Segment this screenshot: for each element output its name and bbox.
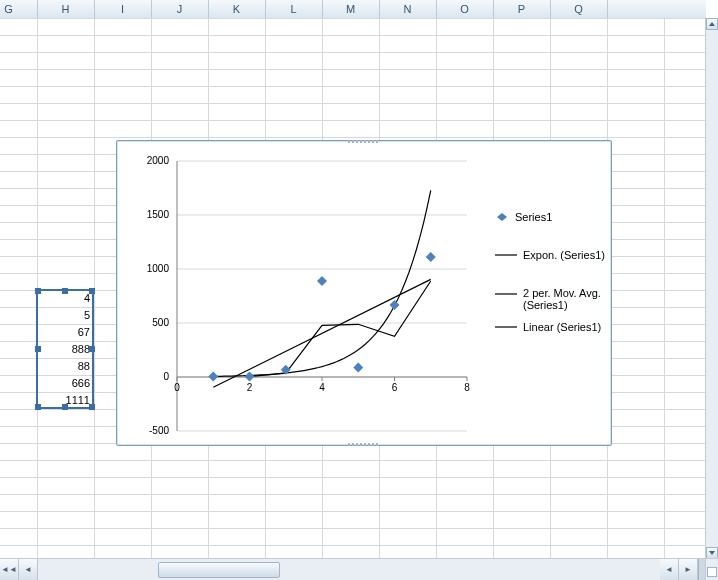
svg-text:1500: 1500 (147, 209, 170, 220)
legend-label: Expon. (Series1) (523, 249, 605, 261)
legend-label: 2 per. Mov. Avg.(Series1) (523, 287, 601, 311)
svg-marker-25 (497, 213, 507, 221)
resize-handle[interactable] (707, 567, 717, 577)
legend-item-linear[interactable]: Linear (Series1) (495, 321, 625, 333)
legend-label: Linear (Series1) (523, 321, 601, 333)
sheet-nav-prev[interactable]: ◄ (19, 559, 38, 580)
vertical-scrollbar[interactable] (705, 18, 718, 559)
legend-label: Series1 (515, 211, 552, 223)
column-header[interactable]: N (379, 0, 437, 18)
svg-text:0: 0 (163, 371, 169, 382)
svg-text:1000: 1000 (147, 263, 170, 274)
data-marker[interactable] (208, 372, 218, 382)
svg-text:8: 8 (464, 382, 470, 393)
hscroll-track[interactable] (38, 559, 660, 580)
chart-legend[interactable]: Series1 Expon. (Series1) 2 per. Mov. Avg… (495, 211, 625, 343)
svg-text:500: 500 (152, 317, 169, 328)
app-window: GHIJKLMNOPQ 4567888886661111 -5000500100… (0, 0, 718, 580)
svg-text:0: 0 (174, 382, 180, 393)
svg-text:6: 6 (392, 382, 398, 393)
column-header[interactable]: O (436, 0, 494, 18)
column-header[interactable]: K (208, 0, 266, 18)
data-marker[interactable] (353, 362, 363, 372)
scroll-up-button[interactable] (706, 18, 718, 30)
worksheet-grid[interactable]: 4567888886661111 -5000500100015002000024… (0, 18, 706, 559)
svg-text:-500: -500 (149, 425, 169, 436)
data-marker[interactable] (245, 371, 255, 381)
legend-item-expon[interactable]: Expon. (Series1) (495, 249, 625, 261)
sheet-nav-first[interactable]: ◄◄ (0, 559, 19, 580)
selection-rectangle[interactable] (36, 289, 94, 409)
data-marker[interactable] (317, 276, 327, 286)
column-header-row: GHIJKLMNOPQ (0, 0, 706, 19)
svg-line-24 (213, 279, 431, 387)
column-header[interactable]: H (37, 0, 95, 18)
legend-item-series1[interactable]: Series1 (495, 211, 625, 223)
horizontal-scrollbar[interactable]: ◄◄ ◄ ◄ ► (0, 558, 706, 580)
scrollbar-corner (705, 558, 718, 580)
column-header[interactable]: M (322, 0, 380, 18)
hscroll-left-button[interactable]: ◄ (660, 559, 679, 580)
hscroll-thumb[interactable] (158, 562, 280, 578)
data-marker[interactable] (426, 252, 436, 262)
legend-item-mavg[interactable]: 2 per. Mov. Avg.(Series1) (495, 287, 625, 311)
column-header[interactable]: J (151, 0, 209, 18)
column-header[interactable]: L (265, 0, 323, 18)
data-marker[interactable] (390, 300, 400, 310)
svg-text:2: 2 (247, 382, 253, 393)
column-header[interactable]: Q (550, 0, 608, 18)
column-header[interactable]: I (94, 0, 152, 18)
hscroll-right-button[interactable]: ► (679, 559, 698, 580)
embedded-chart[interactable]: -500050010001500200002468 Series1 Expon.… (116, 140, 612, 446)
column-header[interactable]: G (0, 0, 38, 18)
svg-text:2000: 2000 (147, 155, 170, 166)
svg-text:4: 4 (319, 382, 325, 393)
column-header[interactable]: P (493, 0, 551, 18)
